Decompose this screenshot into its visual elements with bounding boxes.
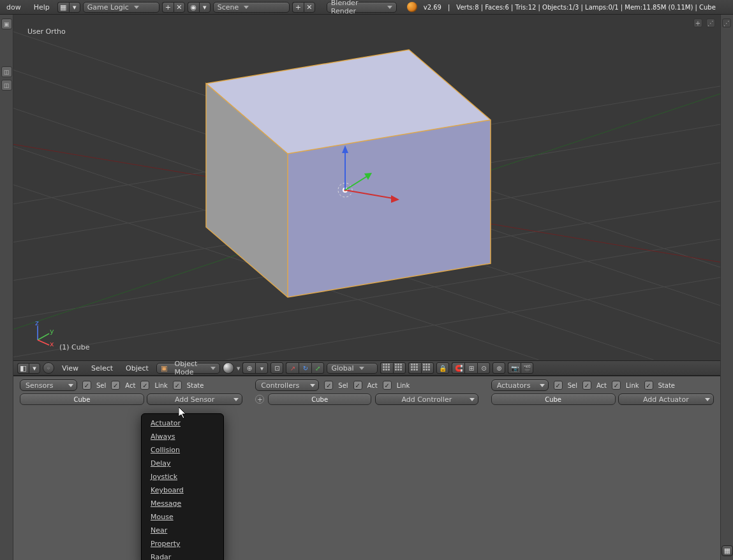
viewport-header: ◧▾ ◦ View Select Object ▣ Object Mode ▾ …: [13, 360, 720, 376]
actuators-act-check[interactable]: ✓: [582, 381, 591, 390]
popup-item-collision[interactable]: Collision: [142, 443, 223, 457]
popup-item-keyboard[interactable]: Keyboard: [142, 483, 223, 497]
split-plus-icon[interactable]: +: [693, 18, 702, 27]
popup-item-mouse[interactable]: Mouse: [142, 510, 223, 524]
right-split-icon[interactable]: ⋰: [722, 18, 731, 27]
controllers-sel-check[interactable]: ✓: [324, 381, 333, 390]
popup-item-radar[interactable]: Radar: [142, 550, 223, 560]
orientation-label: Global: [331, 364, 353, 372]
tool-1[interactable]: ▣: [1, 18, 12, 29]
menu-view[interactable]: View: [57, 362, 84, 374]
info-header: dow Help ▦▾ Game Logic +✕ ◉▾ Scene +✕ Bl…: [0, 0, 733, 15]
popup-item-actuator[interactable]: Actuator: [142, 416, 223, 430]
controller-object-name[interactable]: Cube: [268, 394, 371, 405]
split-handle-icon[interactable]: ⋰: [706, 18, 715, 27]
menu-window[interactable]: dow: [1, 1, 26, 13]
sensors-sel-check[interactable]: ✓: [82, 381, 91, 390]
logic-editor: Sensors ✓Sel ✓Act ✓Link ✓State Controlle…: [13, 376, 720, 560]
pivot-selector[interactable]: ⊕▾: [242, 362, 268, 374]
3d-viewport[interactable]: User Ortho (1) Cube z y x + ⋰: [13, 15, 720, 360]
object-label: (1) Cube: [59, 343, 89, 351]
menu-object[interactable]: Object: [121, 362, 154, 374]
controllers-act-check[interactable]: ✓: [353, 381, 362, 390]
editor-type-icon[interactable]: ▦▾: [57, 2, 80, 13]
add-sensor-popup: Actuator Always Collision Delay Joystick…: [141, 413, 224, 560]
orientation-dropdown[interactable]: Global: [327, 363, 378, 374]
actuators-state-check[interactable]: ✓: [644, 381, 653, 390]
sensors-state-check[interactable]: ✓: [173, 381, 182, 390]
actuators-sel-check[interactable]: ✓: [554, 381, 563, 390]
popup-item-delay[interactable]: Delay: [142, 457, 223, 470]
add-actuator-dropdown[interactable]: Add Actuator: [618, 394, 714, 405]
svg-text:y: y: [50, 327, 54, 335]
snap-toggles[interactable]: 🧲⊞⊙: [452, 362, 490, 374]
render-engine-dropdown[interactable]: Blender Render: [327, 2, 397, 13]
expand-icon[interactable]: ◦: [43, 362, 54, 374]
mode-dropdown[interactable]: ▣ Object Mode: [156, 363, 220, 374]
popup-item-always[interactable]: Always: [142, 430, 223, 443]
version-text: v2.69: [424, 4, 441, 11]
controllers-dropdown[interactable]: Controllers: [255, 379, 319, 391]
sensors-link-check[interactable]: ✓: [140, 381, 149, 390]
popup-item-property[interactable]: Property: [142, 537, 223, 550]
editor-type-3dview[interactable]: ◧▾: [17, 363, 40, 374]
proportional-edit-icon[interactable]: ⊚: [492, 362, 505, 374]
tool-2[interactable]: ◫: [1, 66, 12, 77]
sensor-object-name[interactable]: Cube: [20, 394, 144, 405]
layer-buttons-2[interactable]: [408, 362, 434, 374]
controllers-link-check[interactable]: ✓: [383, 381, 392, 390]
layer-buttons-1[interactable]: [380, 362, 406, 374]
right-panel: ⋰ ▦: [720, 15, 733, 560]
scene-stats: Verts:8 | Faces:6 | Tris:12 | Objects:1/…: [456, 4, 715, 11]
view-label: User Ortho: [27, 27, 66, 36]
screen-layout-buttons[interactable]: +✕: [162, 2, 185, 13]
shading-sphere-icon[interactable]: [223, 362, 234, 374]
render-engine-label: Blender Render: [331, 0, 382, 15]
tool-3[interactable]: ◫: [1, 80, 12, 91]
axes-gizmo: z y x: [31, 321, 57, 346]
screen-layout-dropdown[interactable]: Game Logic: [83, 2, 159, 13]
actuator-object-name[interactable]: Cube: [491, 394, 616, 405]
actuators-dropdown[interactable]: Actuators: [491, 379, 549, 391]
popup-item-message[interactable]: Message: [142, 497, 223, 510]
scene-label: Scene: [218, 3, 239, 11]
editor-type-right[interactable]: ▦: [722, 545, 733, 556]
scene-buttons[interactable]: +✕: [292, 2, 315, 13]
svg-line-30: [38, 340, 49, 345]
lock-camera-icon[interactable]: 🔒: [436, 362, 449, 374]
popup-item-joystick[interactable]: Joystick: [142, 470, 223, 483]
popup-item-near[interactable]: Near: [142, 524, 223, 537]
scene-dropdown[interactable]: Scene: [213, 2, 290, 13]
add-sensor-dropdown[interactable]: Add Sensor: [147, 394, 242, 405]
render-preview-icons[interactable]: 📷🎬: [508, 362, 533, 374]
sensors-dropdown[interactable]: Sensors: [20, 379, 77, 391]
screen-layout-label: Game Logic: [87, 3, 129, 11]
menu-help[interactable]: Help: [29, 1, 55, 13]
menu-select[interactable]: Select: [86, 362, 118, 374]
blender-logo-icon: [407, 2, 417, 12]
left-toolbar: ▣ ◫ ◫: [0, 15, 13, 560]
viewport-canvas: [13, 15, 720, 360]
svg-line-28: [38, 334, 49, 340]
mode-label: Object Mode: [174, 360, 205, 376]
scene-icon[interactable]: ◉▾: [188, 2, 211, 13]
controller-expand-icon[interactable]: +: [255, 395, 264, 404]
svg-text:z: z: [35, 321, 39, 327]
add-controller-dropdown[interactable]: Add Controller: [375, 394, 478, 405]
actuators-link-check[interactable]: ✓: [612, 381, 621, 390]
pivot-toggle[interactable]: ⊡: [270, 362, 283, 374]
sensors-act-check[interactable]: ✓: [111, 381, 120, 390]
svg-text:x: x: [50, 340, 54, 346]
manipulator-toggles[interactable]: ↗↻⤢: [286, 362, 324, 374]
stats-separator: |: [448, 4, 450, 11]
